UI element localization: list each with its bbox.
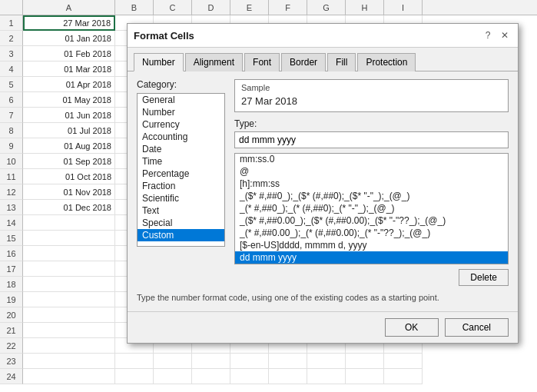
cell[interactable] xyxy=(115,354,154,369)
row-header[interactable]: 16 xyxy=(0,246,23,261)
category-item-scientific[interactable]: Scientific xyxy=(138,192,224,204)
row-header[interactable]: 10 xyxy=(0,154,23,169)
cell-a1[interactable]: 27 Mar 2018 xyxy=(23,15,115,31)
cell-a18[interactable] xyxy=(23,277,115,292)
format-item[interactable]: _(* #,##0.00_);_(* (#,##0.00);_(* "-"??_… xyxy=(235,227,508,239)
col-header-i[interactable]: I xyxy=(384,0,423,15)
category-item-special[interactable]: Special xyxy=(138,217,224,229)
cell-a10[interactable]: 01 Sep 2018 xyxy=(23,154,115,169)
col-header-d[interactable]: D xyxy=(192,0,230,15)
row-header[interactable]: 19 xyxy=(0,292,23,307)
row-header[interactable]: 7 xyxy=(0,108,23,123)
tab-alignment[interactable]: Alignment xyxy=(185,53,243,71)
cell[interactable] xyxy=(230,369,269,384)
category-item-custom[interactable]: Custom xyxy=(138,229,224,241)
format-item[interactable]: _($* #,##0.00_);_($* (#,##0.00);_($* "-"… xyxy=(235,214,508,227)
cell[interactable] xyxy=(384,354,423,369)
col-header-h[interactable]: H xyxy=(346,0,384,15)
cell-a8[interactable]: 01 Jul 2018 xyxy=(23,123,115,138)
row-header[interactable]: 13 xyxy=(0,200,23,215)
row-header[interactable]: 4 xyxy=(0,61,23,77)
cell[interactable] xyxy=(230,354,269,369)
row-header[interactable]: 11 xyxy=(0,169,23,184)
cell-a23[interactable] xyxy=(23,354,115,369)
category-item-time[interactable]: Time xyxy=(138,155,224,168)
cell[interactable] xyxy=(307,369,346,384)
col-header-a[interactable]: A xyxy=(23,0,115,15)
row-header[interactable]: 22 xyxy=(0,338,23,354)
cell[interactable] xyxy=(154,354,192,369)
category-list[interactable]: GeneralNumberCurrencyAccountingDateTimeP… xyxy=(137,93,225,247)
delete-button[interactable]: Delete xyxy=(459,269,509,286)
cell-a19[interactable] xyxy=(23,292,115,307)
cell-a22[interactable] xyxy=(23,338,115,354)
ok-button[interactable]: OK xyxy=(385,318,439,337)
row-header[interactable]: 8 xyxy=(0,123,23,138)
tab-number[interactable]: Number xyxy=(134,53,184,71)
format-item[interactable]: mm:ss.0 xyxy=(235,154,508,165)
category-item-percentage[interactable]: Percentage xyxy=(138,168,224,180)
format-item[interactable]: [h]:mm:ss xyxy=(235,178,508,190)
cell-a7[interactable]: 01 Jun 2018 xyxy=(23,108,115,123)
category-item-text[interactable]: Text xyxy=(138,204,224,217)
format-item[interactable]: _(* #,##0_);_(* (#,##0);_(* "-"_);_(@_) xyxy=(235,202,508,214)
cell-a11[interactable]: 01 Oct 2018 xyxy=(23,169,115,184)
cell[interactable] xyxy=(115,369,154,384)
cell[interactable] xyxy=(384,369,423,384)
row-header[interactable]: 6 xyxy=(0,92,23,108)
help-button[interactable]: ? xyxy=(481,28,495,42)
cell-a3[interactable]: 01 Feb 2018 xyxy=(23,46,115,61)
format-item[interactable]: @ xyxy=(235,165,508,178)
close-button[interactable]: ✕ xyxy=(498,28,512,42)
row-header[interactable]: 18 xyxy=(0,277,23,292)
cancel-button[interactable]: Cancel xyxy=(445,318,509,337)
cell-a9[interactable]: 01 Aug 2018 xyxy=(23,138,115,154)
cell-a20[interactable] xyxy=(23,307,115,323)
category-item-general[interactable]: General xyxy=(138,94,224,106)
row-header[interactable]: 3 xyxy=(0,46,23,61)
cell-a15[interactable] xyxy=(23,231,115,246)
type-input[interactable] xyxy=(234,131,509,148)
format-item[interactable]: _($* #,##0_);_($* (#,##0);_($* "-"_);_(@… xyxy=(235,190,508,202)
col-header-f[interactable]: F xyxy=(269,0,307,15)
format-list[interactable]: m/d/yyyy h:mmmm:ssmm:ss.0@[h]:mm:ss_($* … xyxy=(235,154,508,264)
cell[interactable] xyxy=(192,354,230,369)
cell[interactable] xyxy=(346,369,384,384)
cell[interactable] xyxy=(154,369,192,384)
tab-protection[interactable]: Protection xyxy=(357,53,416,71)
tab-fill[interactable]: Fill xyxy=(327,53,356,71)
row-header[interactable]: 20 xyxy=(0,307,23,323)
row-header[interactable]: 12 xyxy=(0,184,23,200)
cell-a21[interactable] xyxy=(23,323,115,338)
tab-font[interactable]: Font xyxy=(244,53,280,71)
row-header[interactable]: 15 xyxy=(0,231,23,246)
row-header[interactable]: 5 xyxy=(0,77,23,92)
cell-a16[interactable] xyxy=(23,246,115,261)
row-header[interactable]: 14 xyxy=(0,215,23,231)
format-item[interactable]: [$-en-US]dddd, mmmm d, yyyy xyxy=(235,239,508,251)
tab-border[interactable]: Border xyxy=(281,53,326,71)
category-item-fraction[interactable]: Fraction xyxy=(138,180,224,192)
cell-a12[interactable]: 01 Nov 2018 xyxy=(23,184,115,200)
row-header[interactable]: 24 xyxy=(0,369,23,384)
cell-a2[interactable]: 01 Jan 2018 xyxy=(23,31,115,46)
col-header-b[interactable]: B xyxy=(115,0,154,15)
row-header[interactable]: 9 xyxy=(0,138,23,154)
col-header-e[interactable]: E xyxy=(230,0,269,15)
cell-a5[interactable]: 01 Apr 2018 xyxy=(23,77,115,92)
category-item-accounting[interactable]: Accounting xyxy=(138,131,224,143)
category-item-currency[interactable]: Currency xyxy=(138,118,224,131)
cell[interactable] xyxy=(307,354,346,369)
category-item-number[interactable]: Number xyxy=(138,106,224,118)
col-header-c[interactable]: C xyxy=(154,0,192,15)
cell[interactable] xyxy=(269,354,307,369)
cell-a4[interactable]: 01 Mar 2018 xyxy=(23,61,115,77)
cell-a6[interactable]: 01 May 2018 xyxy=(23,92,115,108)
row-header[interactable]: 23 xyxy=(0,354,23,369)
category-item-date[interactable]: Date xyxy=(138,143,224,155)
cell-a24[interactable] xyxy=(23,369,115,384)
row-header[interactable]: 2 xyxy=(0,31,23,46)
cell[interactable] xyxy=(192,369,230,384)
row-header[interactable]: 1 xyxy=(0,15,23,31)
row-header[interactable]: 21 xyxy=(0,323,23,338)
